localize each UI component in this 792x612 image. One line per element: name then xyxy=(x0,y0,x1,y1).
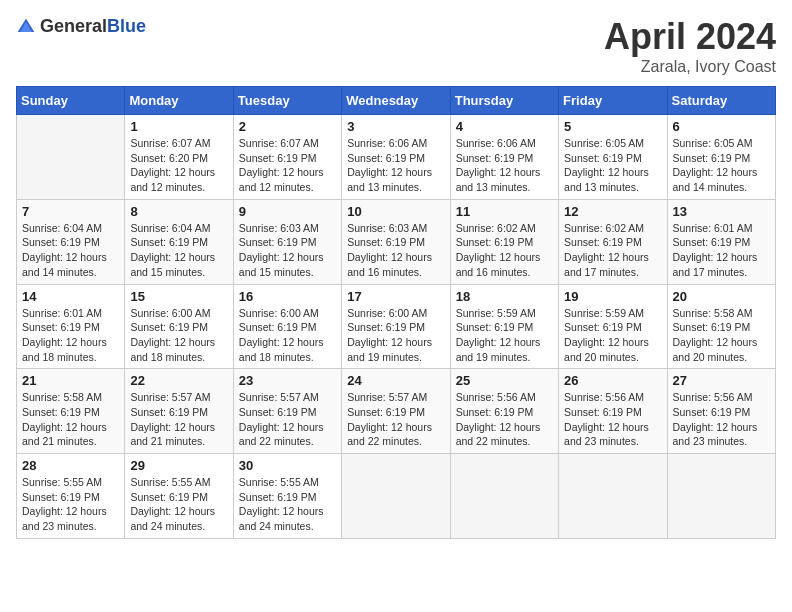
calendar-cell: 10Sunrise: 6:03 AM Sunset: 6:19 PM Dayli… xyxy=(342,199,450,284)
title-area: April 2024 Zarala, Ivory Coast xyxy=(604,16,776,76)
day-info: Sunrise: 5:58 AM Sunset: 6:19 PM Dayligh… xyxy=(22,390,119,449)
calendar-week-row: 1Sunrise: 6:07 AM Sunset: 6:20 PM Daylig… xyxy=(17,115,776,200)
logo-general-text: General xyxy=(40,16,107,36)
day-number: 22 xyxy=(130,373,227,388)
day-info: Sunrise: 5:55 AM Sunset: 6:19 PM Dayligh… xyxy=(130,475,227,534)
calendar-cell: 16Sunrise: 6:00 AM Sunset: 6:19 PM Dayli… xyxy=(233,284,341,369)
calendar-cell: 24Sunrise: 5:57 AM Sunset: 6:19 PM Dayli… xyxy=(342,369,450,454)
calendar-cell: 11Sunrise: 6:02 AM Sunset: 6:19 PM Dayli… xyxy=(450,199,558,284)
header: GeneralBlue April 2024 Zarala, Ivory Coa… xyxy=(16,16,776,76)
day-info: Sunrise: 6:02 AM Sunset: 6:19 PM Dayligh… xyxy=(564,221,661,280)
calendar-cell: 14Sunrise: 6:01 AM Sunset: 6:19 PM Dayli… xyxy=(17,284,125,369)
day-info: Sunrise: 6:06 AM Sunset: 6:19 PM Dayligh… xyxy=(347,136,444,195)
day-info: Sunrise: 6:03 AM Sunset: 6:19 PM Dayligh… xyxy=(347,221,444,280)
day-info: Sunrise: 6:01 AM Sunset: 6:19 PM Dayligh… xyxy=(22,306,119,365)
calendar-cell: 21Sunrise: 5:58 AM Sunset: 6:19 PM Dayli… xyxy=(17,369,125,454)
calendar-cell: 26Sunrise: 5:56 AM Sunset: 6:19 PM Dayli… xyxy=(559,369,667,454)
calendar-week-row: 21Sunrise: 5:58 AM Sunset: 6:19 PM Dayli… xyxy=(17,369,776,454)
day-number: 4 xyxy=(456,119,553,134)
logo-icon xyxy=(16,17,36,37)
weekday-header-cell: Wednesday xyxy=(342,87,450,115)
day-number: 27 xyxy=(673,373,770,388)
calendar-cell: 5Sunrise: 6:05 AM Sunset: 6:19 PM Daylig… xyxy=(559,115,667,200)
day-number: 17 xyxy=(347,289,444,304)
day-number: 11 xyxy=(456,204,553,219)
day-number: 10 xyxy=(347,204,444,219)
calendar-cell: 22Sunrise: 5:57 AM Sunset: 6:19 PM Dayli… xyxy=(125,369,233,454)
weekday-header-cell: Tuesday xyxy=(233,87,341,115)
calendar-cell: 20Sunrise: 5:58 AM Sunset: 6:19 PM Dayli… xyxy=(667,284,775,369)
location-title: Zarala, Ivory Coast xyxy=(604,58,776,76)
day-info: Sunrise: 6:07 AM Sunset: 6:20 PM Dayligh… xyxy=(130,136,227,195)
day-number: 8 xyxy=(130,204,227,219)
day-number: 14 xyxy=(22,289,119,304)
day-info: Sunrise: 5:58 AM Sunset: 6:19 PM Dayligh… xyxy=(673,306,770,365)
weekday-header-cell: Saturday xyxy=(667,87,775,115)
calendar-cell: 13Sunrise: 6:01 AM Sunset: 6:19 PM Dayli… xyxy=(667,199,775,284)
day-number: 19 xyxy=(564,289,661,304)
calendar-week-row: 28Sunrise: 5:55 AM Sunset: 6:19 PM Dayli… xyxy=(17,454,776,539)
calendar-week-row: 7Sunrise: 6:04 AM Sunset: 6:19 PM Daylig… xyxy=(17,199,776,284)
day-info: Sunrise: 6:04 AM Sunset: 6:19 PM Dayligh… xyxy=(22,221,119,280)
day-number: 29 xyxy=(130,458,227,473)
calendar-cell: 23Sunrise: 5:57 AM Sunset: 6:19 PM Dayli… xyxy=(233,369,341,454)
weekday-header-cell: Sunday xyxy=(17,87,125,115)
weekday-header-cell: Friday xyxy=(559,87,667,115)
calendar-cell xyxy=(17,115,125,200)
day-number: 12 xyxy=(564,204,661,219)
calendar-cell: 12Sunrise: 6:02 AM Sunset: 6:19 PM Dayli… xyxy=(559,199,667,284)
day-number: 2 xyxy=(239,119,336,134)
calendar-cell: 30Sunrise: 5:55 AM Sunset: 6:19 PM Dayli… xyxy=(233,454,341,539)
day-info: Sunrise: 5:57 AM Sunset: 6:19 PM Dayligh… xyxy=(239,390,336,449)
day-number: 16 xyxy=(239,289,336,304)
day-number: 5 xyxy=(564,119,661,134)
logo-blue-text: Blue xyxy=(107,16,146,36)
calendar-cell: 19Sunrise: 5:59 AM Sunset: 6:19 PM Dayli… xyxy=(559,284,667,369)
day-number: 23 xyxy=(239,373,336,388)
calendar-cell xyxy=(450,454,558,539)
day-info: Sunrise: 6:00 AM Sunset: 6:19 PM Dayligh… xyxy=(239,306,336,365)
day-info: Sunrise: 5:57 AM Sunset: 6:19 PM Dayligh… xyxy=(130,390,227,449)
calendar-cell: 1Sunrise: 6:07 AM Sunset: 6:20 PM Daylig… xyxy=(125,115,233,200)
calendar-cell: 15Sunrise: 6:00 AM Sunset: 6:19 PM Dayli… xyxy=(125,284,233,369)
day-number: 25 xyxy=(456,373,553,388)
weekday-header-cell: Thursday xyxy=(450,87,558,115)
day-info: Sunrise: 5:56 AM Sunset: 6:19 PM Dayligh… xyxy=(564,390,661,449)
month-title: April 2024 xyxy=(604,16,776,58)
day-number: 3 xyxy=(347,119,444,134)
day-number: 9 xyxy=(239,204,336,219)
day-number: 30 xyxy=(239,458,336,473)
day-info: Sunrise: 6:01 AM Sunset: 6:19 PM Dayligh… xyxy=(673,221,770,280)
calendar-table: SundayMondayTuesdayWednesdayThursdayFrid… xyxy=(16,86,776,539)
day-number: 21 xyxy=(22,373,119,388)
day-number: 20 xyxy=(673,289,770,304)
day-number: 15 xyxy=(130,289,227,304)
calendar-cell xyxy=(667,454,775,539)
day-info: Sunrise: 5:56 AM Sunset: 6:19 PM Dayligh… xyxy=(673,390,770,449)
day-number: 18 xyxy=(456,289,553,304)
day-number: 6 xyxy=(673,119,770,134)
calendar-cell: 25Sunrise: 5:56 AM Sunset: 6:19 PM Dayli… xyxy=(450,369,558,454)
calendar-cell xyxy=(559,454,667,539)
calendar-cell: 17Sunrise: 6:00 AM Sunset: 6:19 PM Dayli… xyxy=(342,284,450,369)
day-info: Sunrise: 5:55 AM Sunset: 6:19 PM Dayligh… xyxy=(22,475,119,534)
day-info: Sunrise: 5:59 AM Sunset: 6:19 PM Dayligh… xyxy=(564,306,661,365)
weekday-header-row: SundayMondayTuesdayWednesdayThursdayFrid… xyxy=(17,87,776,115)
day-info: Sunrise: 6:04 AM Sunset: 6:19 PM Dayligh… xyxy=(130,221,227,280)
day-info: Sunrise: 5:55 AM Sunset: 6:19 PM Dayligh… xyxy=(239,475,336,534)
calendar-cell: 6Sunrise: 6:05 AM Sunset: 6:19 PM Daylig… xyxy=(667,115,775,200)
calendar-cell: 29Sunrise: 5:55 AM Sunset: 6:19 PM Dayli… xyxy=(125,454,233,539)
day-info: Sunrise: 5:56 AM Sunset: 6:19 PM Dayligh… xyxy=(456,390,553,449)
day-info: Sunrise: 5:59 AM Sunset: 6:19 PM Dayligh… xyxy=(456,306,553,365)
day-info: Sunrise: 6:05 AM Sunset: 6:19 PM Dayligh… xyxy=(564,136,661,195)
day-info: Sunrise: 6:06 AM Sunset: 6:19 PM Dayligh… xyxy=(456,136,553,195)
day-info: Sunrise: 6:05 AM Sunset: 6:19 PM Dayligh… xyxy=(673,136,770,195)
logo: GeneralBlue xyxy=(16,16,146,37)
day-number: 7 xyxy=(22,204,119,219)
calendar-cell: 28Sunrise: 5:55 AM Sunset: 6:19 PM Dayli… xyxy=(17,454,125,539)
calendar-cell: 3Sunrise: 6:06 AM Sunset: 6:19 PM Daylig… xyxy=(342,115,450,200)
day-info: Sunrise: 5:57 AM Sunset: 6:19 PM Dayligh… xyxy=(347,390,444,449)
day-info: Sunrise: 6:02 AM Sunset: 6:19 PM Dayligh… xyxy=(456,221,553,280)
day-info: Sunrise: 6:00 AM Sunset: 6:19 PM Dayligh… xyxy=(347,306,444,365)
calendar-cell xyxy=(342,454,450,539)
